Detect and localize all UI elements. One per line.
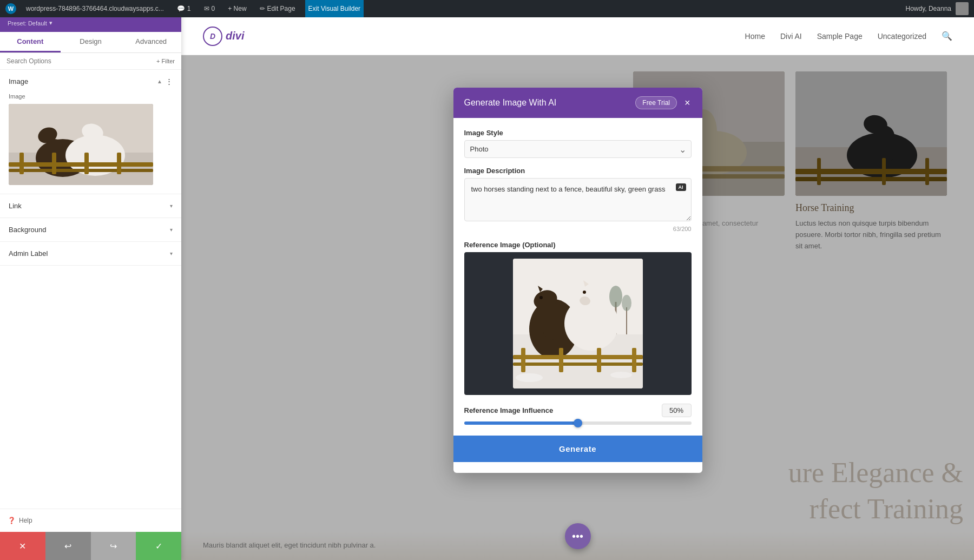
svg-rect-9	[9, 162, 153, 167]
save-button[interactable]: ✓	[136, 532, 181, 560]
image-style-select-wrapper: Photo Illustration Abstract Sketch	[464, 140, 692, 158]
undo-button[interactable]: ↩	[45, 532, 91, 560]
generate-button[interactable]: Generate	[453, 436, 702, 462]
search-bar: + Filter	[0, 53, 181, 70]
link-collapse-icon[interactable]: ▾	[170, 203, 173, 209]
slider-header: Reference Image Influence 50%	[464, 404, 692, 417]
nav-home[interactable]: Home	[745, 32, 765, 41]
search-input[interactable]	[6, 57, 152, 65]
site-nav-links: Home Divi AI Sample Page Uncategorized 🔍	[745, 31, 952, 41]
slider-value-display: 50%	[662, 404, 692, 417]
background-section-header[interactable]: Background ▾	[0, 218, 181, 241]
tab-design[interactable]: Design	[61, 32, 121, 52]
svg-rect-53	[559, 348, 563, 372]
floating-action-button[interactable]: •••	[565, 523, 591, 549]
reference-image[interactable]	[513, 259, 643, 388]
wp-logo[interactable]: W	[5, 3, 16, 14]
fab-dots-icon: •••	[572, 530, 583, 543]
admin-bar-right: Howdy, Deanna	[906, 2, 969, 15]
sidebar-bottom-bar: ✕ ↩ ↪ ✓	[0, 532, 181, 560]
modal-header: Generate Image With AI Free Trial ×	[453, 88, 702, 118]
svg-rect-13	[84, 153, 89, 174]
svg-rect-52	[521, 348, 525, 372]
generate-btn-wrapper: Generate	[453, 436, 702, 462]
free-trial-badge[interactable]: Free Trial	[635, 96, 677, 109]
slider-thumb	[574, 419, 582, 427]
link-section-header[interactable]: Link ▾	[0, 194, 181, 218]
svg-point-47	[539, 296, 543, 299]
modal-header-right: Free Trial ×	[635, 96, 691, 109]
filter-button[interactable]: + Filter	[156, 58, 175, 64]
divi-logo-circle: D	[203, 27, 222, 46]
image-more-icon[interactable]: ⋮	[166, 77, 173, 85]
help-icon: ❓	[8, 517, 16, 524]
influence-slider-track[interactable]	[464, 421, 692, 425]
image-description-label: Image Description	[464, 167, 692, 175]
svg-rect-54	[597, 348, 601, 372]
tab-advanced[interactable]: Advanced	[121, 32, 181, 52]
background-section: Background ▾	[0, 218, 181, 242]
image-sub-label: Image	[9, 93, 173, 100]
user-avatar[interactable]	[956, 2, 969, 15]
svg-rect-14	[117, 153, 121, 174]
modal-close-button[interactable]: ×	[683, 97, 692, 109]
preset-selector[interactable]: Preset: Default ▾	[8, 19, 174, 27]
image-description-textarea[interactable]: two horses standing next to a fence, bea…	[464, 178, 692, 221]
admin-bar: W wordpress-784896-3766464.cloudwaysapps…	[0, 0, 974, 17]
nav-sample-page[interactable]: Sample Page	[817, 32, 863, 41]
main-site: D divi Home Divi AI Sample Page Uncatego…	[181, 17, 974, 560]
influence-slider-section: Reference Image Influence 50%	[464, 404, 692, 425]
site-logo[interactable]: D divi	[203, 27, 244, 46]
svg-point-36	[609, 286, 622, 307]
nav-divi-ai[interactable]: Divi AI	[780, 32, 802, 41]
background-section-label: Background	[9, 226, 46, 234]
modal-body: Image Style Photo Illustration Abstract …	[453, 118, 702, 473]
image-content: Image	[0, 93, 181, 194]
svg-point-48	[583, 291, 586, 294]
slider-fill	[464, 421, 578, 425]
image-section-header[interactable]: Image ▲ ⋮	[0, 70, 181, 93]
slider-label: Reference Image Influence	[464, 406, 554, 414]
image-style-group: Image Style Photo Illustration Abstract …	[464, 129, 692, 158]
image-section-label: Image	[9, 77, 28, 85]
image-collapse-icon[interactable]: ▲	[157, 78, 162, 84]
tab-content[interactable]: Content	[0, 32, 61, 52]
new-button[interactable]: + New	[225, 0, 249, 17]
exit-visual-builder-button[interactable]: Exit Visual Builder	[305, 0, 364, 17]
image-style-label: Image Style	[464, 129, 692, 137]
redo-button[interactable]: ↪	[91, 532, 136, 560]
admin-label-section-header[interactable]: Admin Label ▾	[0, 242, 181, 265]
help-link[interactable]: ❓ Help	[0, 509, 181, 532]
close-button[interactable]: ✕	[0, 532, 45, 560]
preset-chevron-icon: ▾	[49, 19, 52, 27]
svg-rect-11	[19, 153, 24, 174]
section-header-icons: ▲ ⋮	[157, 77, 173, 85]
link-section-label: Link	[9, 202, 22, 210]
divi-logo-text: divi	[226, 30, 244, 42]
site-url[interactable]: wordpress-784896-3766464.cloudwaysapps.c…	[23, 0, 167, 17]
messages-link[interactable]: ✉ 0	[201, 0, 219, 17]
sidebar-content: Image ▲ ⋮ Image	[0, 70, 181, 509]
image-preview[interactable]	[9, 104, 153, 185]
edit-page-button[interactable]: ✏ Edit Page	[256, 0, 299, 17]
modal-overlay: Generate Image With AI Free Trial × Imag…	[181, 55, 974, 560]
background-collapse-icon[interactable]: ▾	[170, 227, 173, 233]
reference-image-group: Reference Image (Optional)	[464, 241, 692, 395]
comments-link[interactable]: 💬 1	[174, 0, 194, 17]
search-icon[interactable]: 🔍	[942, 31, 952, 41]
image-section: Image ▲ ⋮ Image	[0, 70, 181, 194]
ai-badge: AI	[676, 183, 686, 191]
nav-uncategorized[interactable]: Uncategorized	[878, 32, 926, 41]
site-nav: D divi Home Divi AI Sample Page Uncatego…	[181, 17, 974, 55]
svg-rect-10	[9, 169, 153, 172]
admin-label-section: Admin Label ▾	[0, 242, 181, 266]
reference-image-container	[464, 252, 692, 395]
svg-point-57	[610, 372, 632, 378]
svg-point-56	[516, 373, 543, 382]
admin-label-collapse-icon[interactable]: ▾	[170, 251, 173, 256]
image-description-group: Image Description two horses standing ne…	[464, 167, 692, 232]
modal-title: Generate Image With AI	[464, 98, 557, 108]
generate-image-modal: Generate Image With AI Free Trial × Imag…	[453, 88, 702, 473]
sidebar-tabs: Content Design Advanced	[0, 32, 181, 53]
image-style-select[interactable]: Photo Illustration Abstract Sketch	[464, 140, 692, 158]
